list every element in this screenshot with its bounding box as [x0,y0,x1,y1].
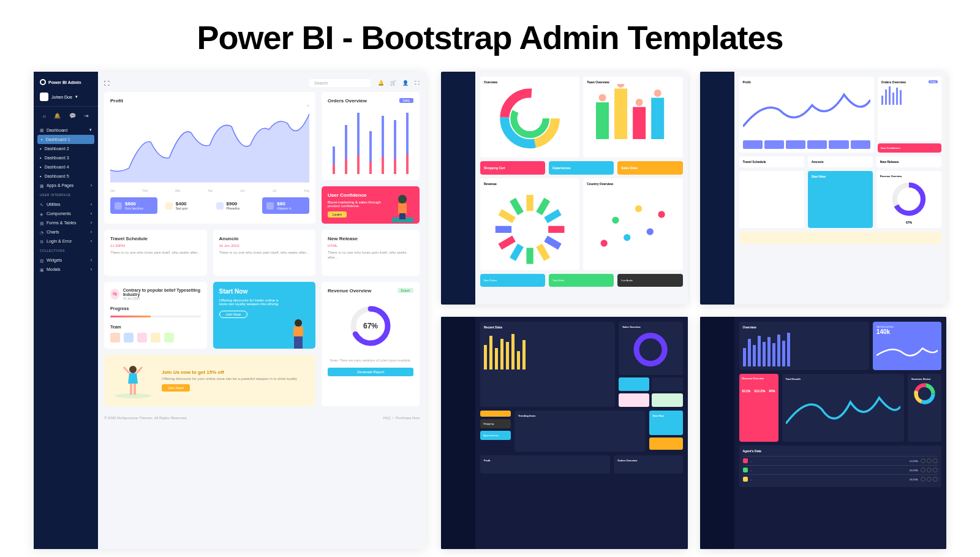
thumbnail-grid: Overview Team Overview Shopping Cart Exp… [441,72,946,549]
orders-mini: Orders OverviewDaily [878,77,941,141]
svg-point-42 [658,211,665,218]
thumbnail-1[interactable]: Overview Team Overview Shopping Cart Exp… [441,72,688,305]
revenue-title: Revenue Overview [328,288,371,294]
user-profile[interactable]: Johen Doe▾ [34,88,98,107]
bell-icon[interactable]: 🔔 [378,80,384,86]
user-name: Johen Doe [51,95,72,99]
recent-mini: Recent Stats [480,322,615,407]
travel-title: Travel Schedule [110,236,201,241]
bell-icon[interactable]: 🔔 [54,113,61,119]
search-input[interactable]: Search [309,79,371,87]
svg-rect-10 [134,384,136,395]
svg-point-38 [612,216,619,223]
anuncio-date: 16 Jun 2019 [219,244,310,248]
sidebar-modals[interactable]: ▣Modals› [34,265,98,274]
svg-rect-32 [510,243,524,260]
logout-icon[interactable]: ⇥ [84,113,89,119]
start-card: Start Now Offering discounts for better … [213,282,316,349]
svg-rect-3 [399,213,405,219]
faq-link[interactable]: FAQ [383,416,391,420]
expand-icon[interactable]: ⛶ [104,80,110,86]
join-promo-button[interactable]: Join Now! [162,384,190,392]
avatar [151,333,160,343]
svg-rect-6 [294,336,303,349]
thumbnail-4[interactable]: Overview IMPRESSIONS 140k Revenue Overvi… [700,317,947,550]
rev-mini: Revenue Overview 67% [876,171,941,228]
profit-mini: Profit [480,455,610,474]
audio-chip: Live Audio [617,274,682,287]
release-card: New Release HTML There is no one who lov… [322,230,420,276]
apt-chip: Apartamentos [480,431,511,440]
svg-rect-35 [499,209,516,223]
sidebar-dashboard-3[interactable]: •Dashboard 3 [34,153,98,162]
svg-rect-17 [596,102,609,139]
anuncio-text: There is no one who loves pain itself, w… [219,250,310,255]
join-button[interactable]: Join Now [219,311,248,318]
thumbnail-2[interactable]: Profit Orders OverviewDaily User Confide… [700,72,947,305]
svg-rect-25 [526,195,533,211]
chat-icon[interactable]: 💬 [69,113,76,119]
sidebar-dashboard-1[interactable]: •Dashboard 1 [37,135,94,144]
brand-logo[interactable]: Power BI Admin [34,77,98,88]
kpi-4: $80Aliquam In [262,197,309,214]
thumbnail-3[interactable]: Recent Stats Sales Overview Shopping Apa… [441,317,688,550]
progress-bar [110,316,201,317]
orders-chip: New Orders [480,274,545,287]
revenue-pct: 67% [349,305,392,347]
svg-point-16 [514,102,546,135]
fullscreen-icon[interactable]: ⛶ [415,80,420,86]
sidebar-widgets[interactable]: ▥Widgets› [34,256,98,265]
svg-rect-19 [633,107,646,140]
avatar [137,333,147,343]
sidebar-forms[interactable]: ▤Forms & Tables› [34,218,98,227]
avatar [110,333,120,343]
svg-rect-26 [536,197,550,214]
kpi-2: $400Sed quis [161,197,208,214]
menu-icon[interactable]: ≡ [307,104,309,108]
shopping-chip: Shopping Cart [480,161,545,175]
svg-rect-34 [496,225,511,232]
sidebar-dashboard-2[interactable]: •Dashboard 2 [34,144,98,153]
cart-icon[interactable]: 🛒 [390,80,396,86]
progress-label: Progress [110,306,201,311]
svg-point-8 [129,366,137,373]
start-mini: Start Now [649,411,683,435]
svg-point-1 [398,195,407,203]
person-illustration [389,190,417,224]
confidence-desc: Boost marketing & sales through product … [328,200,383,208]
sidebar-dashboard[interactable]: ▦Dashboard▾ [34,125,98,135]
sidebar-utilities[interactable]: ✎Utilities› [34,200,98,209]
search-icon[interactable]: ⌕ [43,113,46,119]
profit-title: Profit [110,98,309,104]
svg-rect-29 [544,235,561,249]
copyright: © 2020 Multipurpose Themes. All Rights R… [104,416,187,420]
revenue-card: Revenue Overview Export 67% Notes: There… [322,282,420,406]
anuncio-mini: Anuncio [808,156,873,167]
purchase-link[interactable]: Purchase Now [396,416,420,420]
daily-badge[interactable]: Daily [399,98,413,103]
sidebar-dashboard-5[interactable]: •Dashboard 5 [34,172,98,181]
promo-mini [739,232,942,244]
orders-chart [328,113,413,174]
confidence-card: User Confidence Boost marketing & sales … [322,186,420,224]
rev-chip: Revenue Overview $115k$13.25k80% [739,374,778,442]
orders-mini: Orders Overview [614,455,682,474]
svg-rect-2 [398,203,407,214]
agents-mini: Agent's Data —41,000k —45,000k —50,000k [739,445,942,487]
sidebar-apps[interactable]: ▦Apps & Pages› [34,181,98,190]
chevron-down-icon: ▾ [75,94,78,99]
box-icon [216,202,224,210]
sidebar-components[interactable]: ◈Components› [34,209,98,218]
sidebar-charts[interactable]: ◔Charts› [34,227,98,237]
overview-card: Overview [480,77,579,157]
start-desc: Offering discounts for better online a s… [219,298,281,306]
export-badge[interactable]: Export [398,288,413,293]
kpi-3: $900Phasellus [212,197,259,214]
sidebar-dashboard-4[interactable]: •Dashboard 4 [34,162,98,172]
learn-button[interactable]: Learn [328,211,347,218]
chart-icon [266,202,274,210]
sidebar-login[interactable]: ⚙Login & Error› [34,237,98,246]
generate-report-button[interactable]: Generate Report [328,368,413,376]
user-icon[interactable]: 👤 [402,80,409,86]
svg-rect-20 [651,98,664,140]
